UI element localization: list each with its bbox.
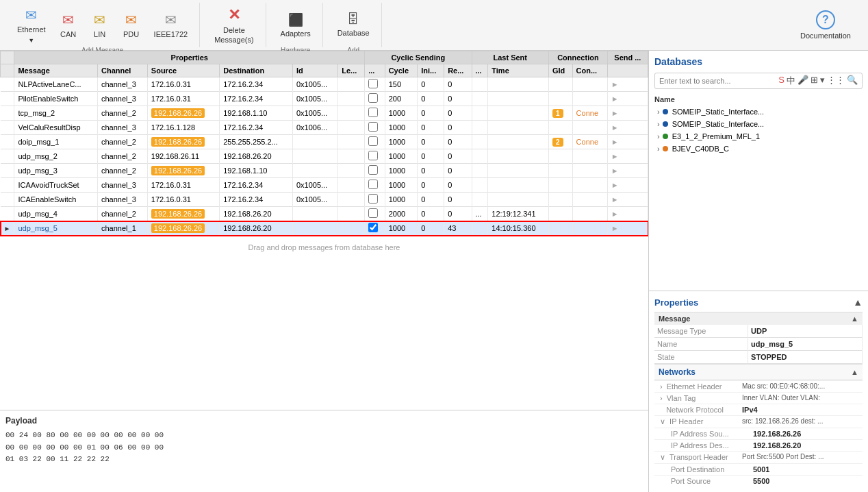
network-child-item: Port Source 5500 xyxy=(654,475,863,487)
table-row[interactable]: NLPActiveLaneC...channel_3172.16.0.31172… xyxy=(1,77,648,92)
row-checkbox[interactable] xyxy=(368,136,378,146)
table-row[interactable]: ICAEnableSwitchchannel_3172.16.0.31172.1… xyxy=(1,193,648,207)
col-gid[interactable]: GId xyxy=(548,64,572,77)
database-list-item[interactable]: › E3_1_2_Premium_MFL_1 xyxy=(654,130,863,143)
cell-dots2 xyxy=(472,77,488,92)
cell-checkbox[interactable] xyxy=(365,207,385,221)
col-re[interactable]: Re... xyxy=(444,64,472,77)
database-list-item[interactable]: › BJEV_C40DB_C xyxy=(654,143,863,155)
ethernet-button[interactable]: ✉ Ethernet ▼ xyxy=(11,5,52,45)
cell-checkbox[interactable] xyxy=(365,135,385,149)
table-row[interactable]: udp_msg_3channel_2192.168.26.26192.168.1… xyxy=(1,164,648,178)
cell-checkbox[interactable] xyxy=(365,178,385,193)
row-checkbox[interactable] xyxy=(368,79,378,88)
col-message[interactable]: Message xyxy=(14,64,98,77)
mic-icon[interactable]: 🎤 xyxy=(797,75,808,87)
row-indicator xyxy=(1,207,14,221)
translate-icon[interactable]: S xyxy=(778,75,784,87)
table-icon[interactable]: ⊞ xyxy=(810,75,818,87)
row-checkbox[interactable] xyxy=(368,165,378,175)
cell-checkbox[interactable] xyxy=(365,193,385,207)
row-checkbox[interactable] xyxy=(368,194,378,204)
table-row[interactable]: udp_msg_2channel_2192.168.26.11192.168.2… xyxy=(1,149,648,164)
col-time[interactable]: Time xyxy=(488,64,549,77)
row-checkbox[interactable] xyxy=(368,108,378,117)
cell-checkbox[interactable] xyxy=(365,77,385,92)
database-list-item[interactable]: › SOMEIP_Static_Interface... xyxy=(654,118,863,130)
cell-checkbox[interactable] xyxy=(365,121,385,135)
table-row[interactable]: ►udp_msg_5channel_1192.168.26.26192.168.… xyxy=(1,221,648,236)
ieee1722-button[interactable]: ✉ IEEE1722 xyxy=(148,5,194,45)
adapters-button[interactable]: ⬛ Adapters xyxy=(275,5,317,45)
cell-ini: 0 xyxy=(418,178,444,193)
cell-channel: channel_3 xyxy=(98,193,148,207)
search-magnify-icon[interactable]: 🔍 xyxy=(847,75,858,87)
col-dots2[interactable]: ... xyxy=(472,64,488,77)
documentation-button[interactable]: ? Documentation xyxy=(794,5,857,45)
chinese-icon[interactable]: 中 xyxy=(787,75,795,87)
col-id[interactable]: Id xyxy=(292,64,337,77)
networks-subsection-header[interactable]: Networks ▲ xyxy=(654,364,863,380)
lin-button[interactable]: ✉ LIN xyxy=(85,5,115,45)
col-con[interactable]: Con... xyxy=(572,64,607,77)
cell-source: 172.16.1.128 xyxy=(147,121,219,135)
network-item[interactable]: Network Protocol IPv4 xyxy=(654,404,863,415)
section-connection: Connection xyxy=(548,51,607,64)
message-table-wrap[interactable]: Properties Cyclic Sending Last Sent Conn… xyxy=(0,51,648,410)
table-row[interactable]: doip_msg_1channel_2192.168.26.26255.255.… xyxy=(1,135,648,149)
col-ini[interactable]: Ini... xyxy=(418,64,444,77)
cell-checkbox[interactable] xyxy=(365,106,385,121)
row-checkbox[interactable] xyxy=(368,223,378,232)
row-checkbox[interactable] xyxy=(368,208,378,218)
ethernet-icon: ✉ xyxy=(25,7,37,23)
props-row: Nameudp_msg_5 xyxy=(654,338,863,351)
delete-button[interactable]: ✕ DeleteMessage(s) xyxy=(208,5,259,45)
table-row[interactable]: tcp_msg_2channel_2192.168.26.26192.168.1… xyxy=(1,106,648,121)
props-row: Message TypeUDP xyxy=(654,325,863,338)
table-row[interactable]: VelCaluResultDispchannel_3172.16.1.12817… xyxy=(1,121,648,135)
filter-icon[interactable]: ▾ xyxy=(820,75,825,87)
network-child-key: Port Destination xyxy=(671,465,753,473)
network-item[interactable]: › Ethernet Header Mac src: 00:E0:4C:68:0… xyxy=(654,380,863,392)
properties-collapse-icon[interactable]: ▲ xyxy=(853,297,863,308)
message-subsection-header[interactable]: Message ▲ xyxy=(654,312,863,325)
network-item[interactable]: › Vlan Tag Inner VLAN: Outer VLAN: xyxy=(654,392,863,404)
cell-channel: channel_2 xyxy=(98,164,148,178)
col-dots[interactable]: ... xyxy=(365,64,385,77)
row-checkbox[interactable] xyxy=(368,180,378,189)
cell-checkbox[interactable] xyxy=(365,164,385,178)
col-channel[interactable]: Channel xyxy=(98,64,148,77)
cell-checkbox[interactable] xyxy=(365,149,385,164)
table-row[interactable]: ICAAvoidTruckSetchannel_3172.16.0.31172.… xyxy=(1,178,648,193)
table-row[interactable]: udp_msg_4channel_2192.168.26.26192.168.2… xyxy=(1,207,648,221)
pdu-button[interactable]: ✉ PDU xyxy=(116,5,146,45)
properties-title: Properties xyxy=(654,297,698,308)
right-panel: Databases S 中 🎤 ⊞ ▾ ⋮⋮ 🔍 Name › SOMEIP_S… xyxy=(649,51,868,492)
cell-time xyxy=(488,193,549,207)
search-input[interactable] xyxy=(659,77,778,85)
add-message-group: ✉ Ethernet ▼ ✉ CAN ✉ LIN ✉ PDU ✉ IEEE172… xyxy=(5,3,200,47)
network-item-value: Port Src:5500 Port Dest: ... xyxy=(742,453,824,462)
row-checkbox[interactable] xyxy=(368,122,378,132)
cell-checkbox[interactable] xyxy=(365,92,385,106)
cell-con xyxy=(572,77,607,92)
row-checkbox[interactable] xyxy=(368,93,378,103)
network-item[interactable]: ∨ Transport Header Port Src:5500 Port De… xyxy=(654,451,863,463)
cell-cycle: 2000 xyxy=(385,207,418,221)
network-expand-icon: › xyxy=(660,382,663,391)
networks-list: › Ethernet Header Mac src: 00:E0:4C:68:0… xyxy=(654,380,863,487)
col-cycle[interactable]: Cycle xyxy=(385,64,418,77)
database-list-item[interactable]: › SOMEIP_Static_Interface... xyxy=(654,106,863,118)
can-button[interactable]: ✉ CAN xyxy=(53,5,84,45)
database-button[interactable]: 🗄 Database xyxy=(331,5,376,45)
row-checkbox[interactable] xyxy=(368,151,378,160)
network-item[interactable]: ∨ IP Header src: 192.168.26.26 dest: ... xyxy=(654,415,863,428)
table-row[interactable]: PilotEnableSwitchchannel_3172.16.0.31172… xyxy=(1,92,648,106)
col-destination[interactable]: Destination xyxy=(220,64,293,77)
grid-icon[interactable]: ⋮⋮ xyxy=(827,75,845,87)
cell-source: 172.16.0.31 xyxy=(147,178,219,193)
col-source[interactable]: Source xyxy=(147,64,219,77)
col-le[interactable]: Le... xyxy=(338,64,365,77)
toolbar: ✉ Ethernet ▼ ✉ CAN ✉ LIN ✉ PDU ✉ IEEE172… xyxy=(0,0,868,51)
cell-checkbox[interactable] xyxy=(365,221,385,236)
